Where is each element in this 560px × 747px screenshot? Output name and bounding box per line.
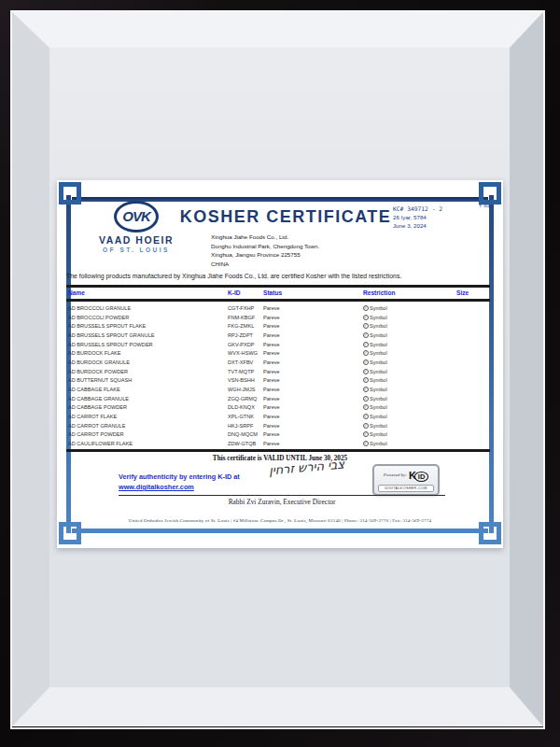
certificate-paper: OVK VAAD HOEIR OF ST. LOUIS KOSHER CERTI… (57, 180, 503, 548)
cell-kid: ZDW-GTQB (228, 441, 263, 446)
check-circle-icon: ✓ (363, 305, 369, 311)
cell-status: Pareve (263, 377, 363, 383)
agency-name: VAAD HOEIR (76, 234, 197, 246)
company-address-block: Xinghua Jiahe Foods Co., Ltd. Donghu Ind… (211, 233, 319, 268)
verify-text: Verify authenticity by entering K-ID at (119, 472, 240, 482)
table-row: AD CABBAGE GRANULE ZGQ-GRMQ Pareve ✓Symb… (57, 394, 488, 403)
column-header-name: Name (68, 289, 228, 296)
check-circle-icon: ✓ (363, 431, 369, 437)
cell-restriction: ✓Symbol (363, 315, 456, 320)
table-row: AD BRUSSELS SPROUT FLAKE FKG-ZMKL Pareve… (57, 321, 488, 331)
cell-status: Pareve (263, 332, 363, 338)
cell-status: Pareve (263, 396, 363, 402)
cell-product-name: AD BRUSSELS SPROUT GRANULE (68, 332, 228, 338)
cell-kid: DLD-KNQX (228, 404, 263, 410)
cell-product-name: AD BURDOCK FLAKE (68, 350, 228, 356)
cell-product-name: AD BURDOCK POWDER (68, 369, 228, 374)
restriction-label: Symbol (370, 387, 387, 392)
check-circle-icon: ✓ (363, 387, 369, 392)
check-circle-icon: ✓ (363, 323, 369, 329)
table-row: AD BURDOCK GRANULE DXT-XFBV Pareve ✓Symb… (57, 358, 488, 367)
check-circle-icon: ✓ (363, 369, 369, 374)
cell-restriction: ✓Symbol (363, 431, 456, 437)
table-row: AD CAULIFLOWER FLAKE ZDW-GTQB Pareve ✓Sy… (57, 439, 488, 448)
cell-status: Pareve (263, 342, 363, 347)
table-row: AD CARROT GRANULE HKJ-SRPF Pareve ✓Symbo… (57, 421, 488, 430)
table-row: AD BRUSSELS SPROUT GRANULE RPJ-ZDPT Pare… (57, 331, 488, 340)
cell-kid: VSN-BSHH (228, 377, 263, 383)
table-row: AD CABBAGE POWDER DLD-KNQX Pareve ✓Symbo… (57, 403, 488, 413)
cell-restriction: ✓Symbol (363, 396, 456, 402)
cell-status: Pareve (263, 369, 363, 374)
cell-product-name: AD CARROT FLAKE (68, 414, 228, 419)
column-header-kid: K-ID (228, 289, 263, 296)
check-circle-icon: ✓ (363, 404, 369, 410)
restriction-label: Symbol (370, 350, 387, 356)
restriction-label: Symbol (370, 414, 387, 419)
cell-status: Pareve (263, 431, 363, 437)
restriction-label: Symbol (370, 342, 387, 347)
cell-restriction: ✓Symbol (363, 359, 456, 365)
cell-restriction: ✓Symbol (363, 423, 456, 429)
powered-by-label: Powered by: (384, 472, 407, 477)
restriction-label: Symbol (370, 332, 387, 338)
cell-restriction: ✓Symbol (363, 305, 456, 311)
hebrew-bsd: בס"ד (479, 203, 490, 208)
restriction-label: Symbol (370, 305, 387, 311)
cell-status: Pareve (263, 441, 363, 446)
check-circle-icon: ✓ (363, 441, 369, 446)
ovk-logo-icon: OVK (114, 201, 159, 233)
cell-restriction: ✓Symbol (363, 332, 456, 338)
table-rule-bottom (66, 449, 490, 452)
cell-status: Pareve (263, 315, 363, 320)
cell-restriction: ✓Symbol (363, 342, 456, 347)
certificate-number: KC# 349712 - 2 (393, 204, 442, 213)
cell-product-name: AD CARROT GRANULE (68, 423, 228, 429)
column-header-restriction: Restriction (363, 289, 456, 296)
table-row: AD BURDOCK FLAKE WVX-HSWG Pareve ✓Symbol (57, 348, 488, 358)
organization-footer-address: United Orthodox Jewish Community of St. … (57, 518, 503, 523)
cell-restriction: ✓Symbol (363, 414, 456, 419)
restriction-label: Symbol (370, 423, 387, 429)
restriction-label: Symbol (370, 431, 387, 437)
table-row: AD BRUSSELS SPROUT POWDER GKV-PXDP Parev… (57, 340, 488, 349)
cell-status: Pareve (263, 359, 363, 365)
restriction-label: Symbol (370, 369, 387, 374)
cell-kid: TVT-MQTP (228, 369, 263, 374)
company-address-line: Xinghua, Jiangsu Province 225755 (211, 250, 319, 260)
digitalkosher-link[interactable]: www.digitalkosher.com (119, 483, 194, 491)
cell-status: Pareve (263, 414, 363, 419)
verify-authenticity-block: Verify authenticity by entering K-ID at … (119, 472, 240, 492)
check-circle-icon: ✓ (363, 423, 369, 429)
border-corner-square (59, 522, 81, 544)
cell-restriction: ✓Symbol (363, 404, 456, 410)
cell-product-name: AD BUTTERNUT SQUASH (68, 377, 228, 383)
cell-restriction: ✓Symbol (363, 441, 456, 446)
cell-restriction: ✓Symbol (363, 350, 456, 356)
restriction-label: Symbol (370, 404, 387, 410)
cell-kid: WVX-HSWG (228, 350, 263, 356)
cell-kid: HKJ-SRPF (228, 423, 263, 429)
cell-status: Pareve (263, 350, 363, 356)
cell-product-name: AD BROCCOLI POWDER (68, 315, 228, 320)
check-circle-icon: ✓ (363, 332, 369, 338)
cell-kid: FKG-ZMKL (228, 323, 263, 329)
border-corner-square (479, 522, 501, 544)
table-row: AD BROCCOLI GRANULE CGT-FXHP Pareve ✓Sym… (57, 303, 488, 313)
check-circle-icon: ✓ (363, 396, 369, 402)
cell-kid: FNM-KBGF (228, 315, 263, 320)
table-header-row: Name K-ID Status Restriction Size (57, 288, 488, 298)
table-row: AD BROCCOLI POWDER FNM-KBGF Pareve ✓Symb… (57, 313, 488, 322)
table-rule-under-header (66, 299, 490, 302)
cell-kid: DNQ-MQCM (228, 431, 263, 437)
cell-kid: GKV-PXDP (228, 342, 263, 347)
cell-status: Pareve (263, 387, 363, 392)
cell-kid: DXT-XFBV (228, 359, 263, 365)
cell-kid: CGT-FXHP (228, 305, 263, 311)
border-corner-square (479, 182, 501, 204)
cell-restriction: ✓Symbol (363, 377, 456, 383)
cell-status: Pareve (263, 305, 363, 311)
cell-kid: XPL-GTNK (228, 414, 263, 419)
valid-until-statement: This certificate is VALID UNTIL June 30,… (57, 455, 503, 462)
digitalkosher-domain-label: DIGITALKOSHER.COM (378, 485, 434, 492)
